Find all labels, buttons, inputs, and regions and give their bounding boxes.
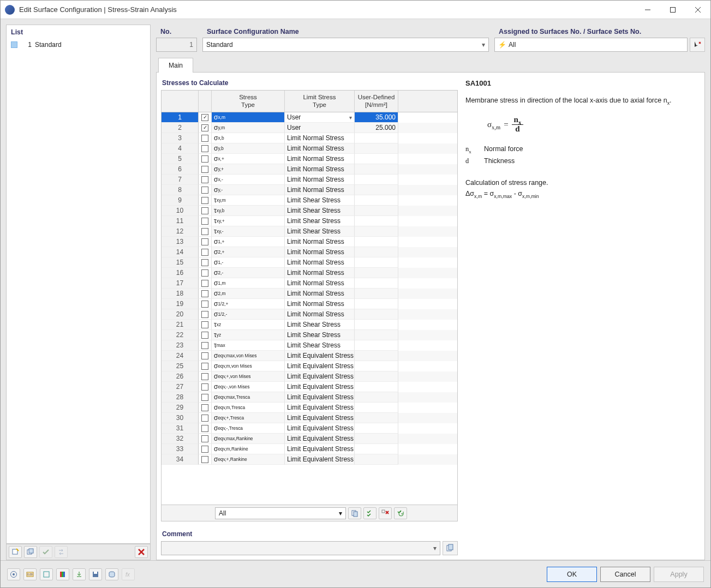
row-user-defined[interactable]: 25.000 [355, 123, 398, 133]
table-row[interactable]: 30σeqv,+,TrescaLimit Equivalent Stress [162, 413, 457, 423]
row-user-defined[interactable] [355, 413, 398, 423]
row-limit-type[interactable]: User [285, 123, 355, 133]
name-combo[interactable]: Standard ▾ [202, 38, 489, 52]
row-limit-type[interactable]: Limit Normal Stress [285, 133, 355, 143]
row-limit-type[interactable]: Limit Equivalent Stress [285, 392, 355, 403]
row-checkbox[interactable] [199, 454, 212, 465]
row-checkbox[interactable] [199, 278, 212, 289]
help-button[interactable] [7, 568, 20, 580]
row-limit-type[interactable]: Limit Equivalent Stress [285, 444, 355, 454]
table-row[interactable]: 26σeqv,+,von MisesLimit Equivalent Stres… [162, 371, 457, 382]
export-button[interactable] [73, 568, 86, 580]
row-user-defined[interactable] [355, 454, 398, 465]
row-user-defined[interactable] [355, 299, 398, 309]
row-limit-type[interactable]: Limit Normal Stress [285, 299, 355, 309]
table-row[interactable]: 32σeqv,max,RankineLimit Equivalent Stres… [162, 434, 457, 444]
ok-button[interactable]: OK [547, 567, 597, 582]
table-row[interactable]: 7σx,-Limit Normal Stress [162, 175, 457, 185]
row-user-defined[interactable]: 35.000 [355, 112, 398, 123]
row-user-defined[interactable] [355, 403, 398, 413]
table-row[interactable]: 25σeqv,m,von MisesLimit Equivalent Stres… [162, 361, 457, 371]
row-user-defined[interactable] [355, 423, 398, 434]
row-user-defined[interactable] [355, 278, 398, 289]
row-checkbox[interactable] [199, 423, 212, 434]
row-limit-type[interactable]: Limit Shear Stress [285, 330, 355, 340]
row-limit-type[interactable]: Limit Equivalent Stress [285, 361, 355, 371]
row-limit-type[interactable]: Limit Shear Stress [285, 226, 355, 237]
row-checkbox[interactable] [199, 154, 212, 164]
copy-table-button[interactable] [348, 507, 361, 519]
row-checkbox[interactable] [199, 309, 212, 320]
row-user-defined[interactable] [355, 237, 398, 247]
row-user-defined[interactable] [355, 195, 398, 206]
row-limit-type[interactable]: Limit Equivalent Stress [285, 434, 355, 444]
table-row[interactable]: 17σ1,mLimit Normal Stress [162, 278, 457, 289]
check-all-button[interactable] [39, 546, 52, 558]
table-row[interactable]: 22τyzLimit Shear Stress [162, 330, 457, 340]
row-limit-type[interactable]: Limit Normal Stress [285, 185, 355, 195]
row-user-defined[interactable] [355, 154, 398, 164]
row-checkbox[interactable] [199, 112, 212, 123]
row-limit-type[interactable]: Limit Shear Stress [285, 206, 355, 216]
row-checkbox[interactable] [199, 268, 212, 278]
row-user-defined[interactable] [355, 289, 398, 299]
row-user-defined[interactable] [355, 257, 398, 268]
row-user-defined[interactable] [355, 371, 398, 382]
color-legend-button[interactable] [56, 568, 69, 580]
row-checkbox[interactable] [199, 299, 212, 309]
row-limit-type[interactable]: Limit Normal Stress [285, 247, 355, 257]
table-row[interactable]: 20σ1/2,-Limit Normal Stress [162, 309, 457, 320]
tab-main[interactable]: Main [158, 58, 193, 73]
row-limit-type[interactable]: Limit Normal Stress [285, 257, 355, 268]
table-row[interactable]: 16σ2,-Limit Normal Stress [162, 268, 457, 278]
new-item-button[interactable] [9, 546, 22, 558]
row-checkbox[interactable] [199, 320, 212, 330]
row-checkbox[interactable] [199, 206, 212, 216]
table-row[interactable]: 6σy,+Limit Normal Stress [162, 164, 457, 175]
row-limit-type[interactable]: Limit Normal Stress [285, 143, 355, 154]
row-checkbox[interactable] [199, 195, 212, 206]
row-limit-type[interactable]: Limit Equivalent Stress [285, 423, 355, 434]
row-checkbox[interactable] [199, 175, 212, 185]
row-user-defined[interactable] [355, 330, 398, 340]
row-checkbox[interactable] [199, 392, 212, 403]
row-checkbox[interactable] [199, 226, 212, 237]
row-checkbox[interactable] [199, 361, 212, 371]
table-row[interactable]: 13σ1,+Limit Normal Stress [162, 237, 457, 247]
row-checkbox[interactable] [199, 403, 212, 413]
row-limit-type[interactable]: User▾ [285, 112, 355, 123]
row-user-defined[interactable] [355, 444, 398, 454]
row-checkbox[interactable] [199, 413, 212, 423]
table-row[interactable]: 1σx,mUser▾35.000 [162, 112, 457, 123]
reset-rows-button[interactable] [394, 507, 407, 519]
row-user-defined[interactable] [355, 361, 398, 371]
table-row[interactable]: 8σy,-Limit Normal Stress [162, 185, 457, 195]
row-user-defined[interactable] [355, 206, 398, 216]
row-user-defined[interactable] [355, 143, 398, 154]
table-row[interactable]: 31σeqv,-,TrescaLimit Equivalent Stress [162, 423, 457, 434]
row-checkbox[interactable] [199, 143, 212, 154]
row-checkbox[interactable] [199, 164, 212, 175]
row-limit-type[interactable]: Limit Equivalent Stress [285, 382, 355, 392]
row-checkbox[interactable] [199, 371, 212, 382]
table-row[interactable]: 2σy,mUser25.000 [162, 123, 457, 133]
table-row[interactable]: 28σeqv,max,TrescaLimit Equivalent Stress [162, 392, 457, 403]
table-row[interactable]: 19σ1/2,+Limit Normal Stress [162, 299, 457, 309]
row-user-defined[interactable] [355, 133, 398, 143]
table-row[interactable]: 9τxy,mLimit Shear Stress [162, 195, 457, 206]
copy-item-button[interactable] [24, 546, 37, 558]
row-checkbox[interactable] [199, 257, 212, 268]
row-user-defined[interactable] [355, 434, 398, 444]
row-limit-type[interactable]: Limit Normal Stress [285, 237, 355, 247]
row-checkbox[interactable] [199, 444, 212, 454]
units-button[interactable]: 0,00 [23, 568, 37, 580]
filter-combo[interactable]: All▾ [215, 507, 346, 519]
row-user-defined[interactable] [355, 185, 398, 195]
row-limit-type[interactable]: Limit Normal Stress [285, 154, 355, 164]
row-limit-type[interactable]: Limit Shear Stress [285, 320, 355, 330]
row-user-defined[interactable] [355, 226, 398, 237]
function-button[interactable]: fx [122, 568, 135, 580]
table-row[interactable]: 21τxzLimit Shear Stress [162, 320, 457, 330]
row-user-defined[interactable] [355, 392, 398, 403]
delete-item-button[interactable] [135, 546, 148, 558]
